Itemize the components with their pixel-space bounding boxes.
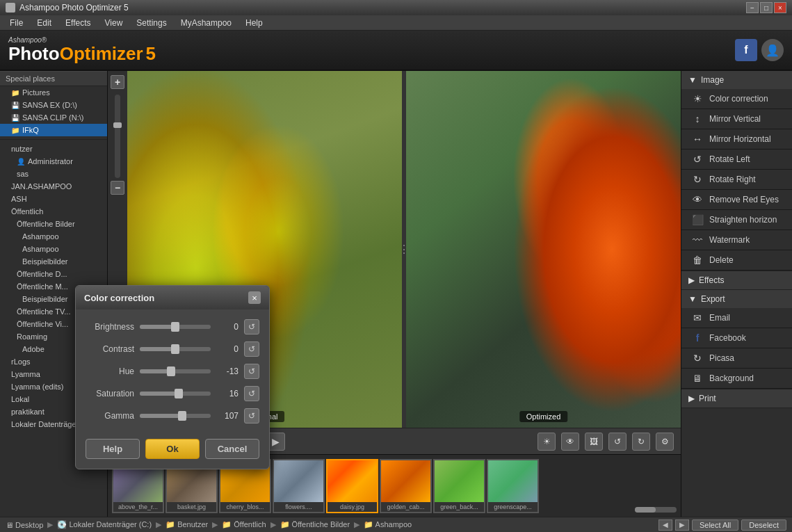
- panel-item-straighten[interactable]: ⬛ Straighten horizon: [681, 210, 792, 230]
- thumb-7[interactable]: greenscape...: [487, 459, 539, 513]
- statusbar-benutzer[interactable]: 📁 Benutzer: [165, 520, 208, 529]
- settings-tool-button[interactable]: ⚙: [656, 433, 674, 451]
- menu-file[interactable]: File: [3, 17, 30, 29]
- sidebar-item-sansa-ex[interactable]: 💾SANSA EX (D:\): [0, 99, 107, 111]
- sidebar-item-ashampoo1[interactable]: Ashampoo: [0, 230, 107, 243]
- saturation-label: Saturation: [86, 389, 134, 398]
- panel-item-mirror-vertical[interactable]: ↕ Mirror Vertical: [681, 109, 792, 129]
- minimize-button[interactable]: −: [746, 2, 759, 13]
- deselect-button[interactable]: Deselect: [741, 519, 786, 531]
- panel-item-email[interactable]: ✉ Email: [681, 308, 792, 328]
- sidebar-item-sas[interactable]: sas: [0, 168, 107, 180]
- contrast-row: Contrast 0 ↺: [86, 341, 259, 357]
- brightness-slider[interactable]: [140, 325, 211, 329]
- thumb-5[interactable]: golden_cab...: [380, 459, 432, 513]
- statusbar-offentlich[interactable]: 📁 Öffentlich: [222, 520, 266, 529]
- panel-effects-header[interactable]: ▶ Effects: [681, 271, 792, 289]
- statusbar-ldk-c[interactable]: 💽 Lokaler Datenträger (C:): [57, 520, 152, 529]
- select-all-button[interactable]: Select All: [692, 519, 738, 531]
- rotate-left-tool-button[interactable]: ↺: [608, 433, 627, 451]
- statusbar-offentliche-bilder[interactable]: 📁 Öffentliche Bilder: [280, 520, 350, 529]
- gamma-slider[interactable]: [140, 414, 211, 418]
- zoom-slider[interactable]: [115, 95, 120, 178]
- sidebar-item-nutzer[interactable]: nutzer: [0, 143, 107, 155]
- hue-reset-button[interactable]: ↺: [244, 364, 259, 379]
- thumb-6[interactable]: green_back...: [433, 459, 485, 513]
- facebook-label: Facebook: [709, 333, 746, 343]
- panel-item-rotate-left[interactable]: ↺ Rotate Left: [681, 150, 792, 170]
- export-section-arrow: ▼: [688, 294, 697, 304]
- zoom-thumb: [113, 122, 122, 128]
- sidebar-item-offentliche-bilder[interactable]: Öffentliche Bilder: [0, 218, 107, 230]
- brightness-reset-button[interactable]: ↺: [244, 319, 259, 334]
- menu-myashampoo[interactable]: MyAshampoo: [174, 17, 239, 29]
- sidebar-item-offentliche-d[interactable]: Öffentliche D...: [0, 268, 107, 280]
- social-buttons: f 👤: [735, 39, 784, 61]
- contrast-slider[interactable]: [140, 347, 211, 351]
- maximize-button[interactable]: □: [760, 2, 773, 13]
- menu-effects[interactable]: Effects: [58, 17, 97, 29]
- dialog-ok-button[interactable]: Ok: [145, 439, 200, 459]
- panel-item-background[interactable]: 🖥 Background: [681, 369, 792, 389]
- dialog-body: Brightness 0 ↺ Contrast 0 ↺ Hue: [76, 309, 269, 439]
- menu-settings[interactable]: Settings: [129, 17, 173, 29]
- mirror-vertical-label: Mirror Vertical: [709, 114, 761, 124]
- menu-view[interactable]: View: [98, 17, 130, 29]
- thumb-3[interactable]: flowers....: [273, 459, 325, 513]
- saturation-reset-button[interactable]: ↺: [244, 386, 259, 401]
- panel-item-color-correction[interactable]: ☀ Color correction: [681, 89, 792, 109]
- eye-tool-button[interactable]: 👁: [561, 433, 579, 451]
- dialog-close-button[interactable]: ×: [248, 291, 261, 304]
- sidebar-item-ifkq[interactable]: 📁IFkQ: [0, 124, 107, 136]
- statusbar-ashampoo[interactable]: 📁 Ashampoo: [364, 520, 412, 529]
- sidebar-item-jan[interactable]: JAN.ASHAMPOO: [0, 180, 107, 193]
- effects-section-label: Effects: [699, 275, 724, 285]
- hue-value: -13: [216, 366, 239, 376]
- zoom-in-button[interactable]: +: [111, 75, 124, 89]
- menu-help[interactable]: Help: [239, 17, 270, 29]
- panel-item-delete[interactable]: 🗑 Delete: [681, 250, 792, 271]
- panel-item-watermark[interactable]: 〰 Watermark: [681, 230, 792, 250]
- panel-item-remove-red-eyes[interactable]: 👁 Remove Red Eyes: [681, 190, 792, 210]
- mirror-horizontal-label: Mirror Horizontal: [709, 134, 771, 144]
- statusbar-desktop[interactable]: 🖥 Desktop: [6, 521, 43, 529]
- sidebar-item-ash[interactable]: ASH: [0, 193, 107, 205]
- nav-next-button[interactable]: ▶: [675, 519, 689, 531]
- sidebar-item-beispiel1[interactable]: Beispielbilder: [0, 255, 107, 268]
- sidebar-item-offentlich[interactable]: Öffentlich: [0, 205, 107, 218]
- menu-edit[interactable]: Edit: [30, 17, 58, 29]
- email-label: Email: [709, 313, 730, 323]
- nav-prev-button[interactable]: ◀: [658, 519, 672, 531]
- dialog-cancel-button[interactable]: Cancel: [205, 439, 259, 459]
- panel-item-mirror-horizontal[interactable]: ↔ Mirror Horizontal: [681, 129, 792, 150]
- saturation-slider[interactable]: [140, 392, 211, 396]
- zoom-out-button[interactable]: −: [111, 181, 124, 195]
- image-tool-button[interactable]: 🖼: [585, 433, 603, 451]
- brightness-tool-button[interactable]: ☀: [538, 433, 556, 451]
- hue-slider[interactable]: [140, 369, 211, 373]
- contrast-reset-button[interactable]: ↺: [244, 341, 259, 357]
- sidebar-item-sansa-clip[interactable]: 💾SANSA CLIP (N:\): [0, 111, 107, 124]
- panel-item-facebook[interactable]: f Facebook: [681, 328, 792, 348]
- brightness-label: Brightness: [86, 322, 134, 332]
- straighten-label: Straighten horizon: [709, 215, 777, 225]
- split-handle[interactable]: ⋮: [402, 71, 406, 428]
- panel-image-header[interactable]: ▼ Image: [681, 71, 792, 89]
- facebook-button[interactable]: f: [735, 39, 757, 61]
- dialog-help-button[interactable]: Help: [86, 439, 140, 459]
- sidebar-item-pictures[interactable]: 📁Pictures: [0, 86, 107, 99]
- panel-item-picasa[interactable]: ↻ Picasa: [681, 348, 792, 369]
- sidebar-item-admin[interactable]: 👤Administrator: [0, 155, 107, 168]
- gamma-reset-button[interactable]: ↺: [244, 408, 259, 424]
- user-button[interactable]: 👤: [761, 39, 784, 61]
- sidebar-item-ashampoo2[interactable]: Ashampoo: [0, 243, 107, 255]
- panel-item-rotate-right[interactable]: ↻ Rotate Right: [681, 170, 792, 190]
- rotate-right-tool-button[interactable]: ↻: [632, 433, 650, 451]
- rotate-right-icon: ↻: [691, 174, 704, 185]
- panel-export-header[interactable]: ▼ Export: [681, 290, 792, 308]
- color-correction-dialog: Color correction × Brightness 0 ↺ Contra…: [75, 285, 270, 469]
- panel-print-header[interactable]: ▶ Print: [681, 389, 792, 408]
- gamma-row: Gamma 107 ↺: [86, 408, 259, 424]
- thumb-4[interactable]: daisy.jpg: [326, 459, 378, 513]
- close-button[interactable]: ×: [774, 2, 786, 13]
